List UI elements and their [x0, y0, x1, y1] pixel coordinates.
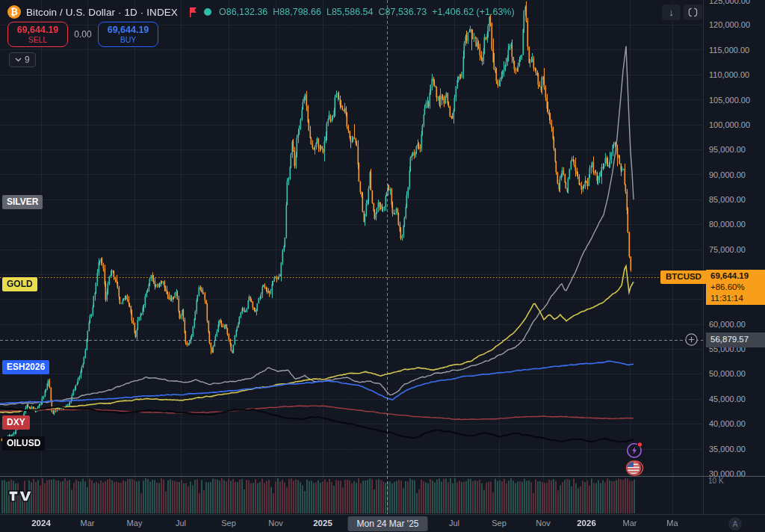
time-tick: Jul — [449, 519, 459, 528]
open-value: 86,132.36 — [226, 7, 268, 17]
fullscreen-button[interactable] — [684, 4, 702, 20]
crosshair-date-label: Mon 24 Mar '25 — [348, 516, 428, 531]
low-value: 85,586.54 — [332, 7, 374, 17]
sell-price: 69,644.19 — [17, 25, 59, 35]
buy-label: BUY — [120, 35, 137, 44]
close-value: 87,536.73 — [385, 7, 427, 17]
price-tick: 100,000.00 — [709, 120, 750, 129]
price-tick: 80,000.00 — [709, 220, 746, 229]
last-price-box: 69,644.19 +86.60% 11:31:14 — [706, 270, 765, 305]
spread-value: 0.00 — [68, 29, 98, 40]
symbol-header: ₿ Bitcoin / U.S. Dollar · 1D · INDEX O86… — [7, 4, 515, 20]
ohlc-readout: O86,132.36H88,798.66L85,586.54C87,536.73… — [219, 7, 515, 17]
price-tick: 120,000.00 — [709, 20, 750, 29]
sell-button[interactable]: 69,644.19 SELL — [7, 22, 68, 47]
series-tag-dxy[interactable]: DXY — [2, 415, 30, 430]
pane-separator[interactable] — [0, 476, 765, 477]
market-status-icon[interactable] — [204, 8, 211, 16]
price-tick: 75,000.00 — [709, 245, 746, 254]
last-price-change: +86.60% — [710, 282, 765, 293]
main-chart-canvas[interactable] — [0, 0, 703, 514]
flag-icon[interactable] — [188, 7, 198, 17]
chevron-down-icon — [15, 58, 22, 62]
time-tick: Ma — [666, 519, 678, 528]
time-tick: Nov — [536, 519, 551, 528]
indicator-count: 9 — [25, 55, 30, 65]
price-tick: 60,000.00 — [709, 320, 746, 329]
series-tag-silver[interactable]: SILVER — [2, 195, 43, 209]
time-tick: Jul — [176, 519, 186, 528]
time-tick: 2026 — [577, 519, 596, 528]
last-price: 69,644.19 — [710, 270, 765, 282]
download-icon: ↓ — [669, 7, 674, 18]
fullscreen-icon — [688, 7, 698, 17]
price-axis-border — [703, 0, 704, 514]
price-tick: 35,000.00 — [709, 445, 746, 454]
bitcoin-logo-icon: ₿ — [7, 5, 21, 19]
corner-a-button[interactable]: A — [728, 517, 742, 531]
low-label: L — [326, 7, 332, 17]
change-value: +1,406.62 (+1.63%) — [432, 7, 515, 17]
price-tick: 90,000.00 — [709, 170, 746, 179]
price-tick: 125,000.00 — [709, 0, 750, 5]
time-tick: Sep — [492, 519, 507, 528]
tradingview-logo[interactable] — [7, 488, 31, 507]
add-alert-plus-icon[interactable] — [684, 332, 699, 350]
series-tag-gold[interactable]: GOLD — [2, 277, 37, 291]
us-flag-market-icon[interactable] — [625, 459, 644, 477]
open-label: O — [219, 7, 226, 17]
price-tick: 50,000.00 — [709, 369, 746, 378]
high-label: H — [273, 7, 279, 17]
high-value: 88,798.66 — [279, 7, 321, 17]
time-tick: Mar — [81, 519, 95, 528]
price-tick: 105,000.00 — [709, 96, 750, 105]
time-tick: 2024 — [31, 519, 51, 528]
series-tag-oilusd[interactable]: OILUSD — [2, 436, 45, 451]
price-tick: 40,000.00 — [709, 419, 746, 428]
close-label: C — [379, 7, 385, 17]
time-tick: Sep — [221, 519, 236, 528]
trade-panel: 69,644.19 SELL 0.00 69,644.19 BUY — [7, 22, 158, 47]
price-tick: 95,000.00 — [709, 145, 746, 154]
time-axis[interactable]: 2024MarMayJulSepNov2025JulSepNov2026MarM… — [0, 514, 765, 532]
buy-button[interactable]: 69,644.19 BUY — [98, 22, 158, 47]
bar-countdown: 11:31:14 — [710, 293, 765, 304]
time-tick: 2025 — [313, 519, 332, 528]
crosshair-price-label: 56,879.57 — [706, 332, 765, 347]
volume-scale-label: 10 K — [708, 477, 724, 485]
symbol-price-tag: BTCUSD — [660, 270, 707, 284]
indicators-collapse-button[interactable]: 9 — [9, 52, 36, 67]
time-tick: Nov — [268, 519, 283, 528]
price-tick: 110,000.00 — [709, 70, 749, 79]
sell-label: SELL — [28, 35, 48, 44]
price-tick: 115,000.00 — [709, 46, 749, 55]
quick-trade-lightning-icon[interactable] — [625, 441, 644, 460]
tradingview-chart-window: ₿ Bitcoin / U.S. Dollar · 1D · INDEX O86… — [0, 0, 765, 532]
symbol-title[interactable]: Bitcoin / U.S. Dollar · 1D · INDEX — [26, 7, 178, 18]
download-button[interactable]: ↓ — [662, 4, 681, 20]
time-tick: May — [127, 519, 143, 528]
time-tick: Mar — [623, 519, 637, 528]
price-tick: 85,000.00 — [709, 195, 746, 204]
buy-price: 69,644.19 — [108, 25, 149, 35]
price-tick: 45,000.00 — [709, 395, 746, 403]
series-tag-esh2026[interactable]: ESH2026 — [2, 360, 49, 374]
